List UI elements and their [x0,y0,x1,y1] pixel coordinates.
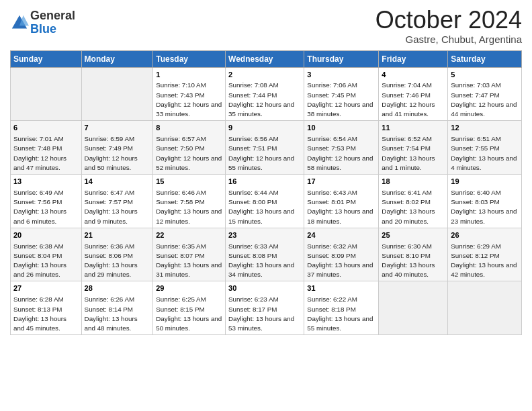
logo-text: General Blue [30,9,75,36]
calendar-cell: 8Sunrise: 6:57 AMSunset: 7:50 PMDaylight… [153,121,226,175]
calendar-cell [81,67,153,121]
calendar-cell: 29Sunrise: 6:25 AMSunset: 8:15 PMDayligh… [153,281,226,335]
calendar-cell: 22Sunrise: 6:35 AMSunset: 8:07 PMDayligh… [153,228,226,281]
calendar-cell: 18Sunrise: 6:41 AMSunset: 8:02 PMDayligh… [379,175,448,228]
col-wednesday: Wednesday [226,50,304,67]
col-sunday: Sunday [11,50,82,67]
week-row-1: 6Sunrise: 7:01 AMSunset: 7:48 PMDaylight… [11,121,522,175]
calendar-cell: 28Sunrise: 6:26 AMSunset: 8:14 PMDayligh… [81,281,153,335]
calendar-cell: 14Sunrise: 6:47 AMSunset: 7:57 PMDayligh… [81,175,153,228]
calendar-cell: 12Sunrise: 6:51 AMSunset: 7:55 PMDayligh… [448,121,522,175]
header: General Blue October 2024 Gastre, Chubut… [10,7,522,45]
col-thursday: Thursday [304,50,379,67]
calendar-table: Sunday Monday Tuesday Wednesday Thursday… [10,50,522,336]
calendar-cell: 16Sunrise: 6:44 AMSunset: 8:00 PMDayligh… [226,175,304,228]
calendar-cell: 19Sunrise: 6:40 AMSunset: 8:03 PMDayligh… [448,175,522,228]
calendar-cell: 26Sunrise: 6:29 AMSunset: 8:12 PMDayligh… [448,228,522,281]
calendar-cell: 6Sunrise: 7:01 AMSunset: 7:48 PMDaylight… [11,121,82,175]
calendar-cell [379,281,448,335]
calendar-cell: 3Sunrise: 7:06 AMSunset: 7:45 PMDaylight… [304,67,379,121]
calendar-cell: 25Sunrise: 6:30 AMSunset: 8:10 PMDayligh… [379,228,448,281]
calendar-cell: 31Sunrise: 6:22 AMSunset: 8:18 PMDayligh… [304,281,379,335]
calendar-cell: 2Sunrise: 7:08 AMSunset: 7:44 PMDaylight… [226,67,304,121]
logo: General Blue [10,9,75,36]
col-saturday: Saturday [448,50,522,67]
subtitle: Gastre, Chubut, Argentina [375,34,522,45]
title-section: October 2024 Gastre, Chubut, Argentina [375,7,522,45]
col-tuesday: Tuesday [153,50,226,67]
calendar-cell: 9Sunrise: 6:56 AMSunset: 7:51 PMDaylight… [226,121,304,175]
calendar-cell: 17Sunrise: 6:43 AMSunset: 8:01 PMDayligh… [304,175,379,228]
calendar-cell: 21Sunrise: 6:36 AMSunset: 8:06 PMDayligh… [81,228,153,281]
col-friday: Friday [379,50,448,67]
logo-blue: Blue [30,23,75,36]
logo-general: General [30,9,75,23]
calendar-cell: 15Sunrise: 6:46 AMSunset: 7:58 PMDayligh… [153,175,226,228]
calendar-cell [448,281,522,335]
calendar-cell: 27Sunrise: 6:28 AMSunset: 8:13 PMDayligh… [11,281,82,335]
week-row-3: 20Sunrise: 6:38 AMSunset: 8:04 PMDayligh… [11,228,522,281]
calendar-cell: 23Sunrise: 6:33 AMSunset: 8:08 PMDayligh… [226,228,304,281]
calendar-cell: 4Sunrise: 7:04 AMSunset: 7:46 PMDaylight… [379,67,448,121]
calendar-cell: 20Sunrise: 6:38 AMSunset: 8:04 PMDayligh… [11,228,82,281]
calendar-cell: 10Sunrise: 6:54 AMSunset: 7:53 PMDayligh… [304,121,379,175]
week-row-2: 13Sunrise: 6:49 AMSunset: 7:56 PMDayligh… [11,175,522,228]
calendar-cell: 1Sunrise: 7:10 AMSunset: 7:43 PMDaylight… [153,67,226,121]
main-title: October 2024 [375,7,522,34]
calendar-cell: 13Sunrise: 6:49 AMSunset: 7:56 PMDayligh… [11,175,82,228]
calendar-cell [11,67,82,121]
calendar-cell: 5Sunrise: 7:03 AMSunset: 7:47 PMDaylight… [448,67,522,121]
week-row-0: 1Sunrise: 7:10 AMSunset: 7:43 PMDaylight… [11,67,522,121]
calendar-cell: 24Sunrise: 6:32 AMSunset: 8:09 PMDayligh… [304,228,379,281]
header-row: Sunday Monday Tuesday Wednesday Thursday… [11,50,522,67]
calendar-cell: 11Sunrise: 6:52 AMSunset: 7:54 PMDayligh… [379,121,448,175]
page: General Blue October 2024 Gastre, Chubut… [0,0,532,411]
col-monday: Monday [81,50,153,67]
logo-icon [10,13,29,32]
calendar-cell: 30Sunrise: 6:23 AMSunset: 8:17 PMDayligh… [226,281,304,335]
calendar-cell: 7Sunrise: 6:59 AMSunset: 7:49 PMDaylight… [81,121,153,175]
week-row-4: 27Sunrise: 6:28 AMSunset: 8:13 PMDayligh… [11,281,522,335]
